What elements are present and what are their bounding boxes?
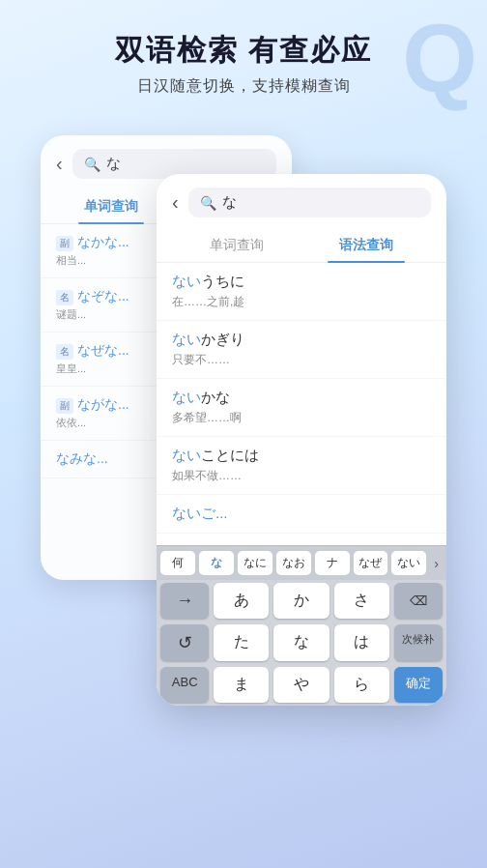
key-top-he[interactable]: 何 xyxy=(160,551,195,575)
key-top-na[interactable]: な xyxy=(199,551,234,575)
grammar-jp: ないご... xyxy=(172,505,431,523)
tab-front-word[interactable]: 单词查询 xyxy=(172,229,301,262)
grammar-jp: ないことには xyxy=(172,447,431,465)
front-search-value: な xyxy=(222,193,237,212)
front-search-icon: 🔍 xyxy=(200,195,216,211)
tag: 名 xyxy=(56,344,73,360)
front-phone-tabs: 单词查询 语法查询 xyxy=(157,229,446,263)
grammar-cn: 如果不做…… xyxy=(172,468,431,484)
key-top-nai[interactable]: ない xyxy=(391,551,426,575)
key-abc[interactable]: ABC xyxy=(160,667,209,703)
back-arrow-icon[interactable]: ‹ xyxy=(56,153,63,175)
key-ha[interactable]: は xyxy=(334,624,389,661)
key-a[interactable]: あ xyxy=(214,583,269,619)
grammar-cn: 在……之前,趁 xyxy=(172,294,431,310)
grammar-cn: 多希望……啊 xyxy=(172,410,431,426)
tag: 副 xyxy=(56,398,73,414)
grammar-item[interactable]: ないうちに 在……之前,趁 xyxy=(157,263,446,321)
tab-front-grammar[interactable]: 语法查询 xyxy=(301,229,431,262)
key-top-nao[interactable]: なお xyxy=(276,551,311,575)
grammar-item[interactable]: ないかぎり 只要不…… xyxy=(157,321,446,379)
grammar-cn: 只要不…… xyxy=(172,352,431,368)
grammar-item[interactable]: ないことには 如果不做…… xyxy=(157,437,446,495)
keyboard-row-2: ↺ た な は 次候补 xyxy=(157,622,446,664)
key-ka[interactable]: か xyxy=(273,583,329,619)
tab-back-word[interactable]: 单词查询 xyxy=(56,190,166,223)
expand-icon[interactable]: › xyxy=(430,552,443,575)
grammar-item[interactable]: ないかな 多希望……啊 xyxy=(157,379,446,437)
key-top-nani[interactable]: なに xyxy=(238,551,272,575)
back-search-value: な xyxy=(106,155,121,173)
header-subtitle: 日汉随意切换，支持模糊查询 xyxy=(19,76,468,97)
key-top-NA[interactable]: ナ xyxy=(315,551,350,575)
grammar-jp: ないかぎり xyxy=(172,331,431,349)
grammar-item[interactable]: ないご... xyxy=(157,495,446,534)
key-next-candidate[interactable]: 次候补 xyxy=(394,624,443,661)
front-search-bar[interactable]: 🔍 な xyxy=(188,188,431,217)
key-arrow[interactable]: → xyxy=(160,583,209,619)
key-ma[interactable]: ま xyxy=(214,667,269,703)
key-delete[interactable]: ⌫ xyxy=(394,583,443,619)
header-title: 双语检索 有查必应 xyxy=(19,31,468,71)
key-undo[interactable]: ↺ xyxy=(160,624,209,661)
keyboard-row-1: → あ か さ ⌫ xyxy=(157,580,446,622)
keyboard-area: 何 な なに なお ナ なぜ ない › → あ か さ ⌫ ↺ た な xyxy=(157,545,446,706)
phones-container: ‹ 🔍 な 单词查询 语法查询 副なかな... 相当... 名なぞな... 谜题… xyxy=(41,116,446,715)
key-na[interactable]: な xyxy=(273,624,329,661)
key-top-naze[interactable]: なぜ xyxy=(354,551,388,575)
header-section: Q 双语检索 有查必应 日汉随意切换，支持模糊查询 xyxy=(0,0,487,116)
tag: 名 xyxy=(56,290,73,305)
grammar-jp: ないかな xyxy=(172,389,431,407)
grammar-jp: ないうちに xyxy=(172,273,431,291)
key-confirm[interactable]: 确定 xyxy=(394,667,443,703)
phone-front: ‹ 🔍 な 单词查询 语法查询 ないうちに 在……之前,趁 ないかぎり 只要不…… xyxy=(157,174,446,706)
keyboard-top-row: 何 な なに なお ナ なぜ ない › xyxy=(157,546,446,580)
search-icon: 🔍 xyxy=(84,157,100,172)
front-phone-nav: ‹ 🔍 な xyxy=(157,174,446,225)
key-sa[interactable]: さ xyxy=(334,583,389,619)
front-back-arrow-icon[interactable]: ‹ xyxy=(172,191,179,214)
key-ra[interactable]: ら xyxy=(334,667,389,703)
keyboard-row-3: ABC ま や ら 确定 xyxy=(157,664,446,706)
tag: 副 xyxy=(56,236,73,251)
key-ya[interactable]: や xyxy=(273,667,329,703)
key-ta[interactable]: た xyxy=(214,624,269,661)
grammar-list: ないうちに 在……之前,趁 ないかぎり 只要不…… ないかな 多希望……啊 ない… xyxy=(157,263,446,534)
